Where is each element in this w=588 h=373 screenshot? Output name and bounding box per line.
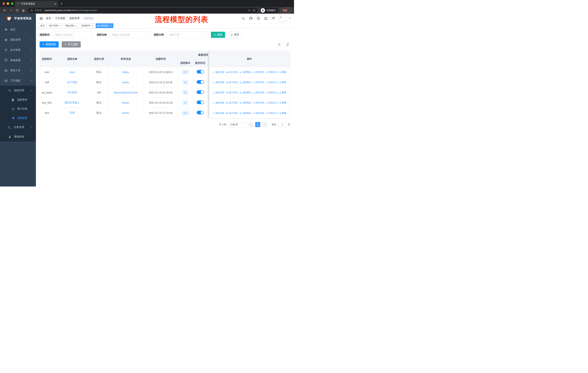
browser-update-button[interactable]: 更新 xyxy=(281,8,292,13)
reload-button[interactable] xyxy=(15,8,20,13)
sidebar-item-task-mgmt[interactable]: 任务管理 xyxy=(0,122,36,132)
bookmark-star-icon[interactable] xyxy=(252,9,256,12)
address-bar[interactable]: 不安全 dashboard.yudao.iocoder.cn/bpm/manag… xyxy=(28,8,258,13)
active-toggle[interactable] xyxy=(197,111,204,114)
sidebar-item-workflow[interactable]: 工作流程 xyxy=(0,76,36,86)
process-name-link[interactable]: 滔博 xyxy=(70,111,75,114)
delete-link[interactable]: 删除 xyxy=(279,81,286,84)
sidebar-item-process-model[interactable]: 流程模型 xyxy=(0,113,36,122)
create-process-button[interactable]: 新建流程 xyxy=(40,41,59,48)
process-name-link[interactable]: eeee xyxy=(69,71,75,74)
process-key-input[interactable] xyxy=(52,31,93,38)
prev-page-button[interactable] xyxy=(248,122,253,127)
publish-process-link[interactable]: 发布流程 xyxy=(252,101,264,104)
process-name-link[interactable]: 自己审批 xyxy=(67,81,77,84)
publish-process-link[interactable]: 发布流程 xyxy=(252,112,264,115)
delete-link[interactable]: 删除 xyxy=(279,71,286,74)
publish-process-link[interactable]: 发布流程 xyxy=(252,71,264,74)
breadcrumb-workflow[interactable]: 工作流程 xyxy=(55,17,65,20)
url-text[interactable]: dashboard.yudao.iocoder.cn/bpm/manager/m… xyxy=(45,9,97,12)
browser-tab[interactable]: 芋道管理系统 ✕ xyxy=(15,1,58,7)
tag-process-model[interactable]: 流程模型✕ xyxy=(96,23,113,28)
design-process-link[interactable]: 设计流程 xyxy=(226,71,238,74)
version-badge[interactable]: v17 xyxy=(181,70,189,74)
form-info-link[interactable]: /bpm/oa/leave/create xyxy=(114,91,138,94)
design-process-link[interactable]: 设计流程 xyxy=(226,101,238,104)
form-info-link[interactable]: biubiu xyxy=(122,71,129,74)
active-toggle[interactable] xyxy=(197,70,204,74)
sidebar-item-process-form[interactable]: 流程表单 xyxy=(0,95,36,104)
version-badge[interactable]: v5 xyxy=(182,90,189,95)
active-toggle[interactable] xyxy=(197,101,204,104)
sidebar-item-process-mgmt[interactable]: 流程管理 xyxy=(0,86,36,95)
sidebar-item-pay[interactable]: ¥ 支付管理 xyxy=(0,45,36,55)
process-definition-link[interactable]: 流程定义 xyxy=(266,71,278,74)
tag-my-process[interactable]: 我的流程✕ xyxy=(63,23,79,28)
sidebar-item-infra[interactable]: 基础设施 xyxy=(0,55,36,65)
form-info-link[interactable]: biubiu xyxy=(122,111,129,114)
close-icon[interactable]: ✕ xyxy=(91,25,93,27)
modify-process-link[interactable]: 修改流程 xyxy=(212,112,224,115)
form-info-link[interactable]: biubiu xyxy=(122,81,129,84)
refresh-table-button[interactable] xyxy=(285,42,290,47)
goto-page-input[interactable] xyxy=(278,122,286,127)
process-name-link[interactable]: 测试多审批人 xyxy=(64,101,80,104)
password-key-icon[interactable] xyxy=(248,9,251,12)
close-window-button[interactable] xyxy=(2,2,5,5)
toggle-search-button[interactable] xyxy=(276,42,282,47)
search-button[interactable]: 搜索 xyxy=(211,32,225,38)
modify-process-link[interactable]: 修改流程 xyxy=(212,101,224,104)
delete-link[interactable]: 删除 xyxy=(279,112,286,115)
close-icon[interactable]: ✕ xyxy=(75,25,77,27)
version-badge[interactable]: v2 xyxy=(182,80,189,85)
process-definition-link[interactable]: 流程定义 xyxy=(266,101,278,104)
publish-process-link[interactable]: 发布流程 xyxy=(252,91,264,94)
caret-down-icon[interactable]: ▼ xyxy=(289,18,291,20)
tag-home[interactable]: 首页 xyxy=(38,23,46,28)
home-button[interactable] xyxy=(21,8,26,13)
delete-link[interactable]: 删除 xyxy=(279,91,286,94)
modify-process-link[interactable]: 修改流程 xyxy=(212,81,224,84)
assign-rule-link[interactable]: 分配规则 xyxy=(239,112,251,115)
process-name-link[interactable]: OA 请假 xyxy=(67,91,77,94)
modify-process-link[interactable]: 修改流程 xyxy=(212,91,224,94)
next-page-button[interactable] xyxy=(262,122,267,127)
version-badge[interactable]: v4 xyxy=(182,100,189,105)
publish-process-link[interactable]: 发布流程 xyxy=(252,81,264,84)
sidebar-item-leave-query[interactable]: 请假查询 xyxy=(0,132,36,141)
version-badge[interactable]: v21 xyxy=(181,110,189,115)
design-process-link[interactable]: 设计流程 xyxy=(226,112,238,115)
process-category-select[interactable]: 流程分类 xyxy=(166,31,208,38)
table-scrollbar-lane[interactable] xyxy=(208,51,209,118)
process-definition-link[interactable]: 流程定义 xyxy=(266,91,278,94)
minimize-window-button[interactable] xyxy=(7,2,9,5)
reset-button[interactable]: 重置 xyxy=(228,32,242,38)
font-size-icon[interactable]: ᴛT xyxy=(272,17,275,20)
zoom-window-button[interactable] xyxy=(11,2,13,5)
back-button[interactable] xyxy=(2,8,7,13)
new-tab-button[interactable]: + xyxy=(61,2,63,7)
sidebar-item-user-group[interactable]: 用户分组 xyxy=(0,104,36,113)
header-search-icon[interactable] xyxy=(242,17,245,20)
sidebar-item-system[interactable]: 系统管理 xyxy=(0,35,36,45)
modify-process-link[interactable]: 修改流程 xyxy=(212,71,224,74)
avatar[interactable] xyxy=(279,15,286,22)
form-info-link[interactable]: biubiu xyxy=(122,101,129,104)
process-definition-link[interactable]: 流程定义 xyxy=(266,81,278,84)
active-toggle[interactable] xyxy=(197,90,204,94)
sidebar-logo[interactable]: 芋道管理系统 xyxy=(0,14,36,23)
security-label[interactable]: 不安全 xyxy=(34,9,42,12)
active-toggle[interactable] xyxy=(197,80,204,84)
process-definition-link[interactable]: 流程定义 xyxy=(266,112,278,115)
github-icon[interactable] xyxy=(249,17,253,20)
sidebar-item-devtools[interactable]: 研发工具 xyxy=(0,65,36,76)
browser-menu-icon[interactable] xyxy=(289,9,290,12)
close-icon[interactable]: ✕ xyxy=(59,25,61,27)
help-icon[interactable] xyxy=(257,17,260,20)
tab-close-icon[interactable]: ✕ xyxy=(54,2,56,5)
breadcrumb-process-mgmt[interactable]: 流程管理 xyxy=(69,17,79,20)
delete-link[interactable]: 删除 xyxy=(279,101,286,104)
current-page-button[interactable]: 1 xyxy=(255,122,260,127)
sidebar-fold-icon[interactable] xyxy=(39,17,43,20)
assign-rule-link[interactable]: 分配规则 xyxy=(239,91,251,94)
